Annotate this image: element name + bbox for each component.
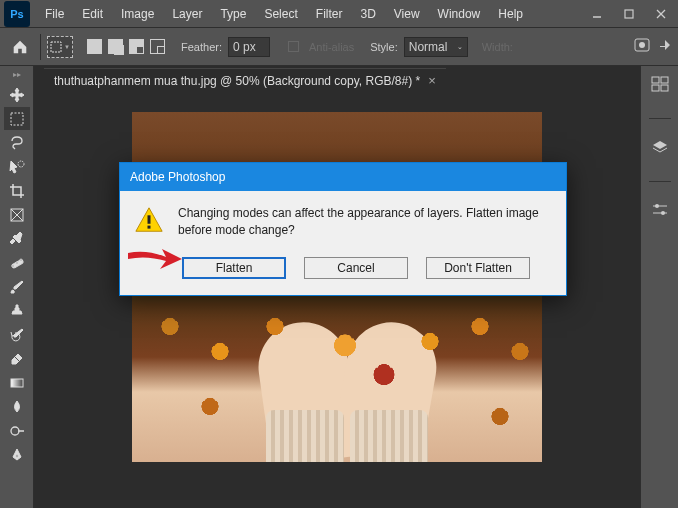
style-value: Normal	[409, 40, 448, 54]
menu-help[interactable]: Help	[489, 2, 532, 26]
dialog-titlebar[interactable]: Adobe Photoshop	[120, 163, 566, 191]
blur-tool-icon[interactable]	[4, 395, 30, 418]
svg-rect-29	[148, 215, 151, 223]
menu-image[interactable]: Image	[112, 2, 163, 26]
antialias-checkbox	[288, 41, 299, 52]
svg-point-26	[655, 204, 659, 208]
svg-point-18	[11, 427, 19, 435]
svg-rect-17	[11, 379, 23, 387]
svg-point-14	[16, 262, 18, 264]
svg-point-20	[15, 454, 17, 456]
menu-type[interactable]: Type	[211, 2, 255, 26]
options-bar: ▼ Feather: Anti-alias Style: Normal⌄ Wid…	[0, 28, 678, 66]
titlebar-left: Ps File Edit Image Layer Type Select Fil…	[0, 0, 532, 27]
menu-file[interactable]: File	[36, 2, 73, 26]
style-label: Style:	[370, 41, 398, 53]
lasso-tool-icon[interactable]	[4, 131, 30, 154]
dont-flatten-button[interactable]: Don't Flatten	[426, 257, 530, 279]
dialog-title: Adobe Photoshop	[130, 170, 225, 184]
svg-rect-1	[625, 10, 633, 18]
close-icon[interactable]	[646, 4, 676, 24]
menu-edit[interactable]: Edit	[73, 2, 112, 26]
pen-tool-icon[interactable]	[4, 443, 30, 466]
cancel-button[interactable]: Cancel	[304, 257, 408, 279]
flatten-button[interactable]: Flatten	[182, 257, 286, 279]
main-menu: File Edit Image Layer Type Select Filter…	[36, 2, 532, 26]
crop-tool-icon[interactable]	[4, 179, 30, 202]
tab-close-icon[interactable]: ×	[428, 73, 436, 88]
frame-tool-icon[interactable]	[4, 203, 30, 226]
window-controls	[582, 4, 678, 24]
adjustments-panel-icon[interactable]	[650, 200, 670, 220]
svg-rect-4	[51, 42, 61, 52]
minimize-icon[interactable]	[582, 4, 612, 24]
marquee-tool-icon[interactable]	[4, 107, 30, 130]
layers-panel-icon[interactable]	[650, 137, 670, 157]
tools-panel: ▸▸	[0, 66, 34, 508]
add-selection-icon[interactable]	[108, 39, 123, 54]
style-select[interactable]: Normal⌄	[404, 37, 468, 57]
app-logo-icon: Ps	[4, 1, 30, 27]
svg-rect-22	[661, 77, 668, 83]
marquee-preset-icon[interactable]: ▼	[47, 36, 73, 58]
svg-point-8	[18, 161, 24, 167]
width-label: Width:	[482, 41, 513, 53]
antialias-label: Anti-alias	[309, 41, 354, 53]
document-tab-title: thuthuatphanmem mua thu.jpg @ 50% (Backg…	[54, 74, 420, 88]
title-bar: Ps File Edit Image Layer Type Select Fil…	[0, 0, 678, 28]
new-selection-icon[interactable]	[87, 39, 102, 54]
quick-select-tool-icon[interactable]	[4, 155, 30, 178]
warning-icon	[134, 205, 164, 235]
svg-rect-30	[148, 226, 151, 229]
document-tabs: thuthuatphanmem mua thu.jpg @ 50% (Backg…	[34, 66, 640, 92]
subtract-selection-icon[interactable]	[129, 39, 144, 54]
eraser-tool-icon[interactable]	[4, 347, 30, 370]
svg-rect-23	[652, 85, 659, 91]
history-brush-tool-icon[interactable]	[4, 323, 30, 346]
menu-3d[interactable]: 3D	[351, 2, 384, 26]
chevron-down-icon: ⌄	[457, 43, 463, 51]
selection-mode-icons	[87, 39, 165, 54]
document-tab[interactable]: thuthuatphanmem mua thu.jpg @ 50% (Backg…	[44, 68, 446, 92]
eyedropper-tool-icon[interactable]	[4, 227, 30, 250]
svg-rect-24	[661, 85, 668, 91]
intersect-selection-icon[interactable]	[150, 39, 165, 54]
menu-view[interactable]: View	[385, 2, 429, 26]
dodge-tool-icon[interactable]	[4, 419, 30, 442]
svg-rect-21	[652, 77, 659, 83]
svg-point-6	[639, 42, 645, 48]
move-tool-icon[interactable]	[4, 83, 30, 106]
gradient-tool-icon[interactable]	[4, 371, 30, 394]
svg-rect-7	[11, 113, 23, 125]
menu-layer[interactable]: Layer	[163, 2, 211, 26]
menu-window[interactable]: Window	[429, 2, 490, 26]
menu-select[interactable]: Select	[255, 2, 306, 26]
confirm-dialog: Adobe Photoshop Changing modes can affec…	[119, 162, 567, 296]
svg-point-28	[661, 211, 665, 215]
dialog-message: Changing modes can affect the appearance…	[178, 205, 552, 239]
feather-input[interactable]	[228, 37, 270, 57]
healing-brush-tool-icon[interactable]	[4, 251, 30, 274]
share-icon[interactable]	[658, 38, 672, 55]
feather-label: Feather:	[181, 41, 222, 53]
home-icon[interactable]	[6, 33, 34, 61]
panel-handle-icon[interactable]: ▸▸	[13, 70, 21, 79]
chevron-down-icon: ▼	[64, 44, 70, 50]
right-panels	[640, 66, 678, 508]
clone-stamp-tool-icon[interactable]	[4, 299, 30, 322]
brush-tool-icon[interactable]	[4, 275, 30, 298]
dialog-body: Changing modes can affect the appearance…	[120, 191, 566, 295]
svg-point-15	[20, 259, 22, 261]
svg-point-13	[12, 265, 14, 267]
maximize-icon[interactable]	[614, 4, 644, 24]
canvas[interactable]	[34, 92, 640, 508]
menu-filter[interactable]: Filter	[307, 2, 352, 26]
mask-icon[interactable]	[634, 37, 650, 56]
libraries-panel-icon[interactable]	[650, 74, 670, 94]
